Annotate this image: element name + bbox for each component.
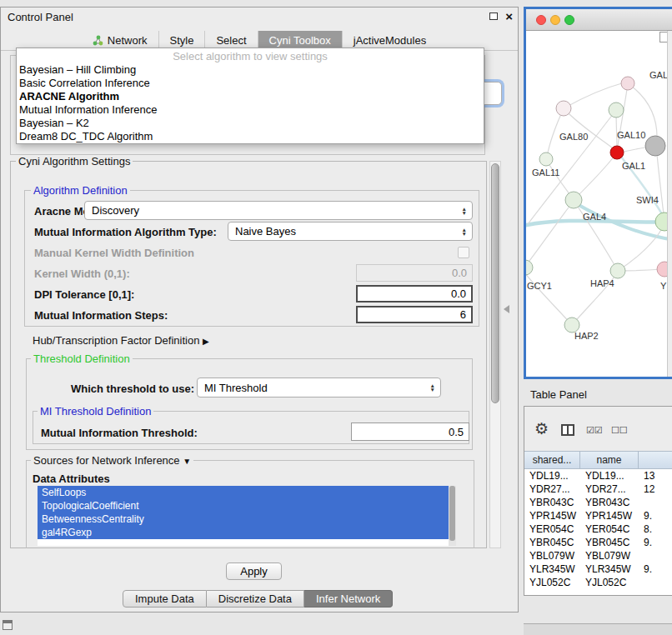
- which-threshold-value: MI Threshold: [204, 382, 268, 394]
- table-cell: YDR27...: [580, 482, 639, 496]
- algorithm-definition-title: Algorithm Definition: [31, 184, 130, 197]
- which-threshold-label: Which threshold to use:: [71, 382, 194, 395]
- network-edge[interactable]: [564, 108, 615, 150]
- table-row[interactable]: YDL19...YDL19...13: [524, 469, 672, 482]
- mi-steps-field[interactable]: 6: [356, 306, 473, 323]
- status-strip: [524, 623, 672, 635]
- control-panel-title: Control Panel: [8, 11, 73, 23]
- table-cell: YPR145W: [524, 509, 580, 522]
- attribute-item-gal4rgexp[interactable]: gal4RGexp: [38, 526, 449, 539]
- node-label-gal4: GAL4: [583, 212, 606, 222]
- list-scrollbar[interactable]: [449, 486, 456, 546]
- attribute-item-topologicalcoefficient[interactable]: TopologicalCoefficient: [38, 499, 449, 512]
- columns-icon[interactable]: [561, 424, 574, 436]
- table-row[interactable]: YBR043CYBR043C: [524, 496, 672, 509]
- mi-type-value: Naive Bayes: [235, 225, 296, 238]
- combo-arrows-icon: ▲▼: [462, 228, 472, 236]
- attribute-item-betweennesscentrality[interactable]: BetweennessCentrality: [38, 512, 449, 526]
- dpi-tolerance-field[interactable]: 0.0: [356, 285, 473, 302]
- hub-definition-toggle[interactable]: Hub/Transcription Factor Definition ▶: [33, 334, 209, 347]
- network-canvas[interactable]: GALGAL80GAL10GAL11GAL1SWI4GAL4GCY1HAP4YH…: [526, 31, 672, 377]
- network-node[interactable]: [645, 136, 665, 156]
- column-header-name[interactable]: name: [580, 452, 639, 468]
- kernel-width-field[interactable]: 0.0: [356, 264, 473, 282]
- table-cell: 12: [639, 482, 672, 496]
- network-canvas-svg: GALGAL80GAL10GAL11GAL1SWI4GAL4GCY1HAP4YH…: [526, 31, 672, 377]
- table-row[interactable]: YLR345WYLR345W9.: [524, 562, 672, 576]
- close-icon[interactable]: ×: [505, 9, 513, 23]
- table-row[interactable]: YBR045CYBR045C9.: [524, 536, 672, 549]
- zoom-traffic-light-icon[interactable]: [564, 15, 574, 25]
- manual-kernel-checkbox[interactable]: [458, 247, 469, 258]
- node-label-gal80: GAL80: [559, 132, 588, 142]
- table-cell: YDL19...: [580, 469, 639, 482]
- algorithm-option-bayesian-k2[interactable]: Bayesian – K2: [17, 117, 484, 130]
- apply-button[interactable]: Apply: [226, 562, 282, 580]
- algorithm-option-basic-correlation-inference[interactable]: Basic Correlation Inference: [17, 77, 484, 90]
- column-header-2[interactable]: [639, 452, 672, 468]
- table-row[interactable]: YDR27...YDR27...12: [524, 482, 672, 496]
- network-node[interactable]: [610, 146, 624, 159]
- network-scrollbar[interactable]: [667, 31, 672, 377]
- node-label-gal11: GAL11: [532, 168, 559, 178]
- settings-scrollbar[interactable]: [489, 161, 501, 548]
- tab-label: Select: [216, 34, 246, 47]
- kernel-width-value: 0.0: [452, 267, 467, 279]
- algorithm-option-aracne-algorithm[interactable]: ARACNE Algorithm: [17, 90, 484, 103]
- table-cell: YBL079W: [580, 549, 639, 562]
- mi-steps-value: 6: [460, 308, 466, 321]
- table-cell: 13: [639, 469, 672, 482]
- network-icon: [93, 35, 103, 46]
- table-panel-title: Table Panel: [530, 388, 587, 401]
- table-row[interactable]: YER054CYER054C8.: [524, 522, 672, 536]
- table-row[interactable]: YJL052CYJL052C: [524, 576, 672, 589]
- table-cell: 9.: [639, 536, 672, 549]
- mi-threshold-value: 0.5: [449, 426, 464, 438]
- gear-icon[interactable]: ⚙: [534, 419, 549, 438]
- table-cell: YJL052C: [580, 576, 639, 589]
- mi-type-select[interactable]: Naive Bayes ▲▼: [228, 222, 473, 241]
- network-node[interactable]: [539, 152, 553, 166]
- column-header-shared[interactable]: shared...: [524, 452, 580, 468]
- bottom-tab-infer-network[interactable]: Infer Network: [304, 590, 393, 608]
- table-cell: 9.: [639, 509, 672, 522]
- mi-threshold-field[interactable]: 0.5: [351, 422, 469, 441]
- bottom-tab-impute-data[interactable]: Impute Data: [123, 590, 207, 608]
- scrollbar-thumb[interactable]: [491, 163, 499, 403]
- network-window-titlebar[interactable]: [526, 9, 672, 31]
- bottom-tab-discretize-data[interactable]: Discretize Data: [207, 590, 304, 608]
- network-node[interactable]: [565, 192, 582, 208]
- table-cell: YBR043C: [580, 496, 639, 509]
- list-scrollbar-thumb[interactable]: [449, 486, 455, 541]
- network-node[interactable]: [621, 77, 634, 90]
- algorithm-option-bayesian-hill-climbing[interactable]: Bayesian – Hill Climbing: [17, 63, 484, 77]
- algorithm-option-dream8-dc-tdc-algorithm[interactable]: Dream8 DC_TDC Algorithm: [17, 130, 484, 143]
- attribute-item-selfloops[interactable]: SelfLoops: [38, 486, 449, 499]
- network-node[interactable]: [609, 102, 624, 118]
- network-node[interactable]: [610, 263, 625, 278]
- minimize-traffic-light-icon[interactable]: [550, 15, 560, 25]
- network-edge[interactable]: [526, 204, 571, 268]
- restore-panel-icon[interactable]: [3, 620, 13, 630]
- float-window-icon[interactable]: [489, 12, 498, 20]
- network-node[interactable]: [526, 260, 533, 275]
- algorithm-option-mutual-information-inference[interactable]: Mutual Information Inference: [17, 103, 484, 117]
- table-row[interactable]: YPR145WYPR145W9.: [524, 509, 672, 522]
- panel-splitter-handle[interactable]: [504, 305, 509, 313]
- dpi-tolerance-label: DPI Tolerance [0,1]:: [34, 288, 134, 301]
- combo-arrows-icon: ▲▼: [430, 383, 440, 392]
- table-cell: YBL079W: [524, 549, 580, 562]
- close-traffic-light-icon[interactable]: [536, 15, 546, 25]
- table-cell: 9.: [639, 562, 672, 576]
- select-all-columns-icon[interactable]: ☑☑: [586, 425, 603, 436]
- network-view-window: GALGAL80GAL10GAL11GAL1SWI4GAL4GCY1HAP4YH…: [524, 7, 672, 379]
- network-edge[interactable]: [574, 156, 614, 200]
- table-body: YDL19...YDL19...13YDR27...YDR27...12YBR0…: [524, 469, 672, 595]
- sources-group-toggle[interactable]: Sources for Network Inference ▼: [31, 454, 193, 467]
- aracne-mode-select[interactable]: Discovery ▲▼: [84, 201, 473, 220]
- network-node[interactable]: [556, 101, 571, 116]
- settings-group-title: Cyni Algorithm Settings: [16, 155, 133, 168]
- which-threshold-select[interactable]: MI Threshold ▲▼: [197, 378, 441, 398]
- table-row[interactable]: YBL079WYBL079W: [524, 549, 672, 562]
- deselect-columns-icon[interactable]: ☐☐: [611, 425, 628, 436]
